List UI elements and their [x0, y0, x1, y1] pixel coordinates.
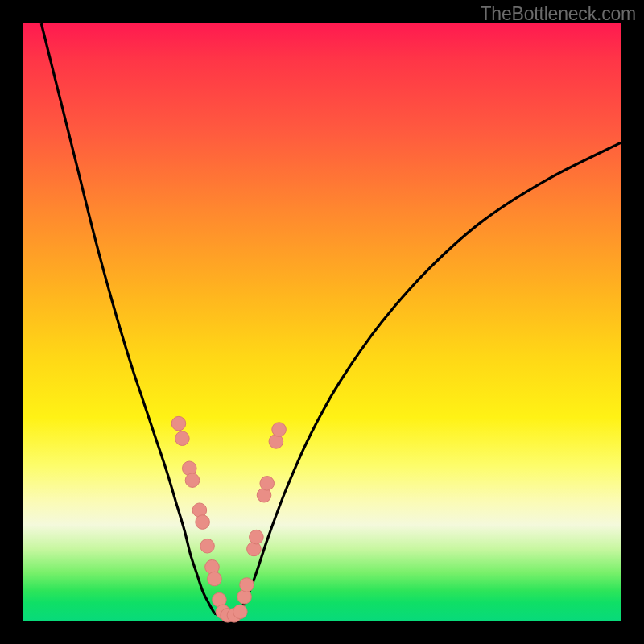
sample-point-marker	[196, 515, 210, 530]
sample-point-marker	[208, 572, 222, 586]
right-curve	[238, 142, 621, 613]
sample-point-marker	[250, 530, 264, 544]
chart-frame: TheBottleneck.com	[0, 0, 644, 644]
sample-point-marker	[240, 578, 254, 592]
sample-point-marker	[200, 539, 215, 553]
sample-point-marker	[185, 473, 200, 488]
sample-point-marker	[233, 605, 248, 619]
sample-point-marker	[260, 477, 275, 491]
sample-point-marker	[175, 431, 190, 446]
chart-svg	[23, 23, 621, 621]
watermark-text: TheBottleneck.com	[481, 3, 636, 25]
marker-group	[171, 416, 286, 622]
sample-point-marker	[272, 423, 287, 437]
left-curve	[41, 23, 214, 613]
sample-point-marker	[171, 416, 186, 431]
